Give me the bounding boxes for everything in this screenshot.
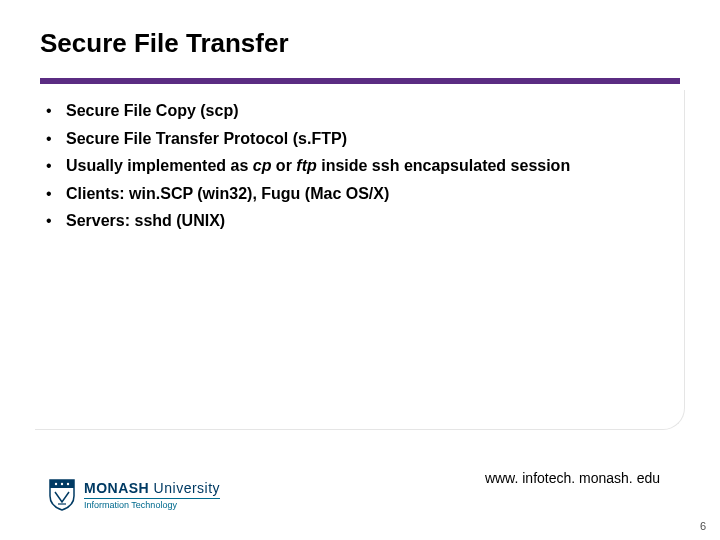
shield-icon [48,478,76,512]
content-area: Secure File Copy (scp) Secure File Trans… [40,100,680,238]
bullet-item: Usually implemented as cp or ftp inside … [40,155,680,177]
footer-url: www. infotech. monash. edu [485,470,660,486]
svg-point-0 [55,483,57,485]
bullet-text: Secure File Transfer Protocol (s.FTP) [66,130,347,147]
slide-title: Secure File Transfer [40,28,289,59]
bullet-list: Secure File Copy (scp) Secure File Trans… [40,100,680,232]
bullet-item: Secure File Copy (scp) [40,100,680,122]
bullet-text: or [271,157,296,174]
bullet-emph: ftp [296,157,316,174]
svg-point-1 [61,483,63,485]
bullet-item: Secure File Transfer Protocol (s.FTP) [40,128,680,150]
bullet-text: Clients: win.SCP (win32), Fugu (Mac OS/X… [66,185,389,202]
bullet-text: Usually implemented as [66,157,253,174]
bullet-text: Secure File Copy (scp) [66,102,239,119]
logo-text: MONASH University Information Technology [84,481,220,510]
page-number: 6 [700,520,706,532]
bullet-emph: cp [253,157,272,174]
logo-main: MONASH University [84,481,220,495]
bullet-item: Servers: sshd (UNIX) [40,210,680,232]
bullet-item: Clients: win.SCP (win32), Fugu (Mac OS/X… [40,183,680,205]
monash-logo: MONASH University Information Technology [48,478,220,512]
logo-sub: Information Technology [84,498,220,510]
svg-point-2 [67,483,69,485]
logo-main-bold: MONASH [84,480,149,496]
logo-main-rest: University [149,480,220,496]
slide: Secure File Transfer Secure File Copy (s… [0,0,720,540]
bullet-text: Servers: sshd (UNIX) [66,212,225,229]
footer: MONASH University Information Technology… [0,460,720,540]
bullet-text: inside ssh encapsulated session [317,157,570,174]
title-divider [40,78,680,84]
